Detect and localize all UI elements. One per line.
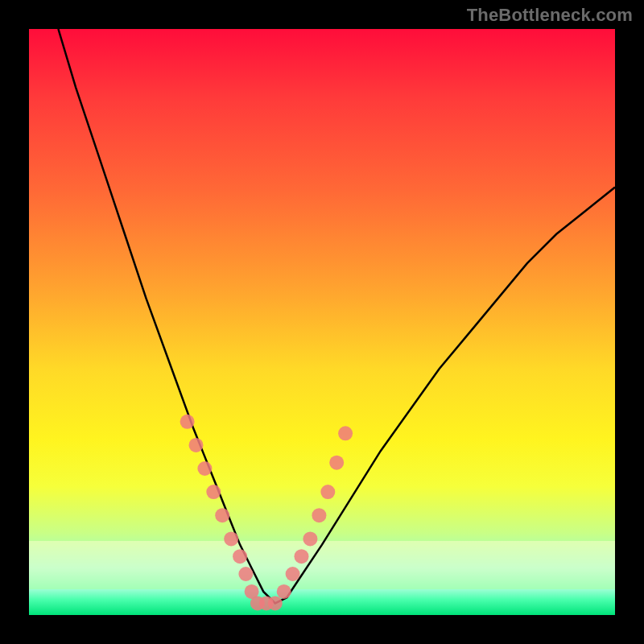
data-marker xyxy=(206,485,221,499)
data-marker xyxy=(180,415,195,429)
curve-path xyxy=(58,29,615,603)
watermark-label: TheBottleneck.com xyxy=(467,5,633,26)
marker-group xyxy=(180,415,353,611)
data-marker xyxy=(233,549,247,564)
data-marker xyxy=(320,485,335,499)
plot-area xyxy=(29,29,615,615)
data-marker xyxy=(268,596,283,610)
data-marker xyxy=(295,549,309,564)
data-marker xyxy=(303,531,317,546)
data-marker xyxy=(197,461,212,476)
chart-frame: TheBottleneck.com xyxy=(0,0,644,644)
data-marker xyxy=(238,567,253,581)
data-marker xyxy=(189,438,204,452)
curve-line xyxy=(58,29,615,603)
data-marker xyxy=(277,584,291,599)
data-marker xyxy=(215,508,229,522)
bottleneck-curve-svg xyxy=(29,29,615,615)
data-marker xyxy=(329,456,344,470)
data-marker xyxy=(338,426,353,440)
data-marker xyxy=(312,508,326,522)
data-marker xyxy=(286,567,300,581)
data-marker xyxy=(224,531,238,546)
